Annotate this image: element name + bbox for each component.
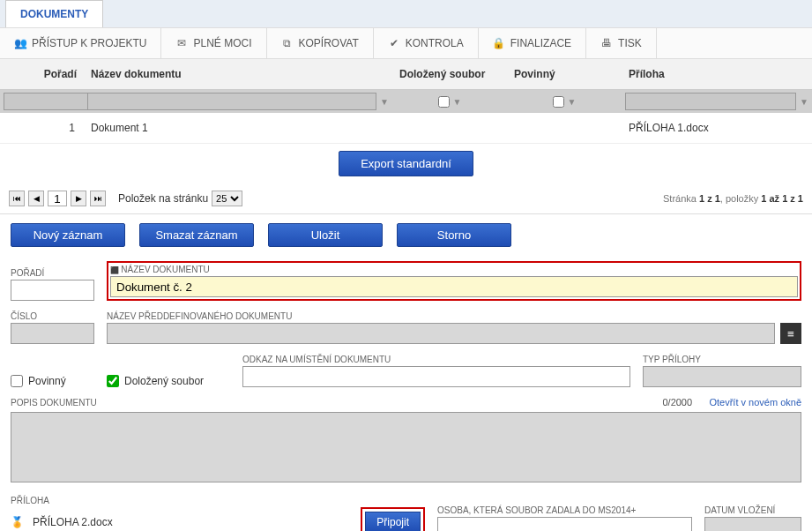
copy-icon: ⧉ [281, 37, 294, 49]
cislo-label: ČÍSLO [11, 311, 94, 321]
cell-priloha: PŘÍLOHA 1.docx [622, 122, 812, 134]
toolbar-label: PŘÍSTUP K PROJEKTU [32, 37, 146, 49]
pagination: ⏮ ◀ ▶ ⏭ Položek na stránku 25 Stránka 1 … [0, 183, 812, 214]
grid-header: Pořadí Název dokumentu Doložený soubor P… [0, 59, 812, 90]
people-icon: 👥 [14, 37, 26, 49]
priloha-label: PŘÍLOHA [11, 496, 425, 505]
export-row: Export standardní [0, 144, 812, 183]
dolozeny-label: Doložený soubor [124, 375, 204, 387]
poradi-label: POŘADÍ [11, 268, 94, 278]
cell-nazev: Dokument 1 [84, 122, 392, 134]
odkaz-input[interactable] [242, 366, 630, 387]
povinny-checkbox[interactable] [11, 375, 23, 387]
form-body: POŘADÍ NÁZEV DOKUMENTU ČÍSLO NÁZEV PŘEDD… [0, 256, 812, 531]
per-page-select[interactable]: 25 [212, 191, 242, 206]
typ-input[interactable] [643, 366, 801, 387]
filter-nazev[interactable] [87, 93, 376, 110]
page-input[interactable] [48, 191, 67, 206]
attach-button[interactable]: Připojit [365, 512, 421, 531]
osoba-input[interactable] [437, 517, 692, 531]
col-header-povinny[interactable]: Povinný [507, 64, 622, 84]
dolozeny-checkbox[interactable] [107, 375, 119, 387]
col-header-dolozeny[interactable]: Doložený soubor [392, 64, 507, 84]
cell-dolozeny [392, 122, 507, 134]
filter-icon[interactable]: ▼ [380, 97, 389, 107]
cell-povinny [507, 122, 622, 134]
nazev-input[interactable] [110, 276, 798, 297]
toolbar-tisk[interactable]: 🖶 TISK [586, 28, 657, 58]
page-next[interactable]: ▶ [71, 191, 86, 206]
page-prev[interactable]: ◀ [28, 191, 44, 206]
toolbar-label: KONTROLA [406, 37, 464, 49]
certificate-icon[interactable]: 🏅 [11, 516, 24, 528]
col-header-poradi[interactable]: Pořadí [0, 64, 84, 84]
preddef-list-button[interactable]: ≡ [780, 323, 801, 344]
print-icon: 🖶 [600, 37, 613, 49]
preddef-input[interactable] [107, 323, 775, 344]
grid-filter-row: ▼ ▼ ▼ ▼ ▼ [0, 90, 812, 113]
typ-label: TYP PŘÍLOHY [643, 355, 801, 364]
toolbar-label: KOPÍROVAT [299, 37, 359, 49]
toolbar-label: TISK [618, 37, 642, 49]
save-button[interactable]: Uložit [268, 223, 383, 247]
toolbar-pristup[interactable]: 👥 PŘÍSTUP K PROJEKTU [0, 28, 161, 58]
datum-input[interactable] [704, 517, 801, 531]
form-buttons: Nový záznam Smazat záznam Uložit Storno [0, 214, 812, 256]
delete-record-button[interactable]: Smazat záznam [139, 223, 254, 247]
popis-textarea[interactable] [11, 412, 801, 482]
page-first[interactable]: ⏮ [9, 191, 25, 206]
cell-poradi: 1 [0, 122, 84, 134]
popis-open-link[interactable]: Otevřít v novém okně [709, 397, 801, 408]
export-button[interactable]: Export standardní [339, 151, 473, 176]
col-header-nazev[interactable]: Název dokumentu [84, 64, 392, 84]
filter-dolozeny[interactable] [438, 96, 450, 108]
toolbar-finalizace[interactable]: 🔒 FINALIZACE [479, 28, 586, 58]
filter-icon[interactable]: ▼ [568, 97, 577, 107]
filter-icon[interactable]: ▼ [800, 97, 808, 107]
nazev-label: NÁZEV DOKUMENTU [110, 265, 798, 274]
priloha-filename: PŘÍLOHA 2.docx [29, 512, 350, 531]
filter-povinny[interactable] [553, 96, 564, 108]
povinny-label: Povinný [28, 375, 66, 387]
toolbar: 👥 PŘÍSTUP K PROJEKTU ✉ PLNÉ MOCI ⧉ KOPÍR… [0, 27, 812, 59]
check-icon: ✔ [388, 37, 400, 49]
col-header-priloha[interactable]: Příloha [622, 64, 812, 84]
toolbar-label: FINALIZACE [510, 37, 571, 49]
lock-icon: 🔒 [493, 37, 505, 49]
page-last[interactable]: ⏭ [90, 191, 106, 206]
odkaz-label: ODKAZ NA UMÍSTĚNÍ DOKUMENTU [242, 355, 630, 364]
envelope-icon: ✉ [175, 37, 188, 49]
cislo-input[interactable] [11, 323, 94, 344]
popis-counter: 0/2000 [662, 397, 692, 408]
datum-label: DATUM VLOŽENÍ [704, 505, 801, 515]
filter-icon[interactable]: ▼ [453, 97, 462, 107]
poradi-input[interactable] [11, 280, 94, 301]
cancel-button[interactable]: Storno [397, 223, 511, 247]
toolbar-kontrola[interactable]: ✔ KONTROLA [374, 28, 479, 58]
pagination-summary: Stránka 1 z 1, položky 1 až 1 z 1 [663, 193, 803, 204]
preddef-label: NÁZEV PŘEDDEFINOVANÉHO DOKUMENTU [107, 311, 801, 321]
toolbar-plnemoci[interactable]: ✉ PLNÉ MOCI [161, 28, 266, 58]
osoba-label: OSOBA, KTERÁ SOUBOR ZADALA DO MS2014+ [437, 505, 692, 515]
toolbar-kopirovat[interactable]: ⧉ KOPÍROVAT [267, 28, 374, 58]
per-page-label: Položek na stránku [118, 192, 208, 205]
toolbar-label: PLNÉ MOCI [193, 37, 251, 49]
popis-label: POPIS DOKUMENTU [11, 398, 97, 408]
table-row[interactable]: 1 Dokument 1 PŘÍLOHA 1.docx [0, 113, 812, 144]
tab-dokumenty[interactable]: DOKUMENTY [5, 0, 103, 27]
new-record-button[interactable]: Nový záznam [11, 223, 125, 247]
filter-priloha[interactable] [625, 93, 796, 110]
